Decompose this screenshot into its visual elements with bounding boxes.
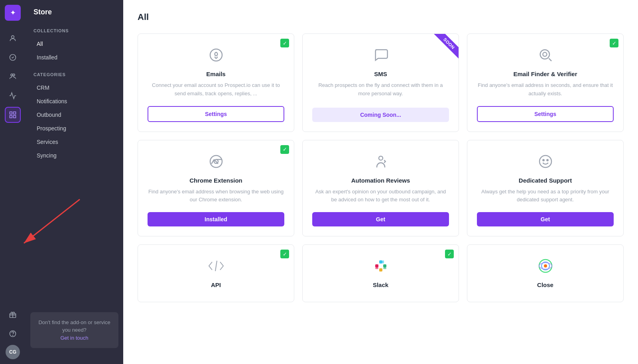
- contacts-icon[interactable]: [5, 30, 21, 46]
- icon-rail: ✦ CG: [0, 0, 26, 364]
- get-in-touch-link[interactable]: Get in touch: [37, 334, 112, 342]
- slack-title: Slack: [373, 281, 388, 288]
- svg-point-19: [547, 159, 548, 161]
- card-emails: ✓ Emails Connect your email account so P…: [138, 33, 294, 132]
- cards-grid: ✓ Emails Connect your email account so P…: [138, 33, 624, 302]
- email-finder-settings-button[interactable]: Settings: [477, 106, 614, 122]
- emails-settings-button[interactable]: Settings: [148, 106, 284, 122]
- user-avatar[interactable]: CG: [6, 345, 20, 359]
- card-slack: ✓ Slack: [302, 244, 459, 302]
- emails-desc: Connect your email account so Prospect.i…: [148, 81, 284, 98]
- categories-label: CATEGORIES: [26, 72, 123, 81]
- main-content: All ✓ Emails Connect your email account …: [123, 0, 638, 364]
- svg-rect-26: [382, 260, 384, 264]
- svg-rect-25: [375, 268, 378, 269]
- email-finder-title: Email Finder & Verifier: [513, 71, 577, 77]
- card-email-finder: ✓ Email Finder & Verifier Find anyone's …: [467, 33, 624, 132]
- svg-rect-28: [379, 270, 381, 272]
- close-crm-icon: [538, 256, 553, 276]
- emails-title: Emails: [206, 71, 225, 77]
- svg-rect-7: [14, 116, 16, 118]
- slack-icon: [373, 256, 389, 276]
- sidebar-item-services[interactable]: Services: [29, 135, 120, 149]
- card-chrome: ✓ Chrome Extension Find anyone's email a…: [138, 140, 294, 237]
- api-title: API: [211, 281, 221, 288]
- support-get-button[interactable]: Get: [477, 212, 614, 226]
- sidebar-item-prospecting[interactable]: Prospecting: [29, 122, 120, 135]
- sidebar-title: Store: [26, 8, 123, 24]
- chrome-title: Chrome Extension: [189, 177, 242, 184]
- sidebar-item-crm[interactable]: CRM: [29, 81, 120, 94]
- sms-title: SMS: [374, 71, 387, 77]
- store-nav-icon[interactable]: [5, 107, 21, 123]
- sms-icon: [373, 45, 389, 65]
- svg-rect-5: [14, 112, 16, 114]
- svg-point-10: [13, 335, 13, 336]
- card-api: ✓ API: [138, 244, 294, 302]
- card-close-crm: Close: [467, 244, 624, 302]
- sidebar-item-syncing[interactable]: Syncing: [29, 149, 120, 162]
- email-finder-desc: Find anyone's email address in seconds, …: [477, 81, 614, 98]
- automation-title: Automation Reviews: [351, 177, 410, 184]
- app-logo[interactable]: ✦: [5, 5, 21, 21]
- support-icon: [538, 152, 553, 171]
- svg-point-18: [543, 159, 544, 161]
- automation-get-button[interactable]: Get: [312, 212, 449, 226]
- svg-rect-4: [10, 112, 12, 114]
- svg-rect-23: [383, 264, 386, 268]
- installed-check-chrome: ✓: [280, 145, 289, 154]
- svg-rect-21: [375, 264, 378, 268]
- sidebar-item-installed[interactable]: Installed: [29, 51, 120, 64]
- sms-desc: Reach prospects on the fly and connect w…: [312, 81, 449, 100]
- card-automation: Automation Reviews Ask an expert's opini…: [302, 140, 459, 237]
- page-title: All: [138, 12, 624, 22]
- emails-icon: [208, 45, 224, 65]
- soon-badge-sms: SOON: [427, 34, 459, 66]
- support-desc: Always get the help you need as a top pr…: [477, 188, 614, 205]
- close-crm-title: Close: [537, 281, 553, 288]
- email-finder-icon: [538, 45, 553, 65]
- svg-point-12: [540, 50, 549, 59]
- sidebar-item-outbound[interactable]: Outbound: [29, 108, 120, 122]
- support-title: Dedicated Support: [519, 177, 572, 184]
- svg-point-31: [544, 264, 547, 268]
- svg-point-11: [210, 49, 222, 61]
- card-sms: SOON SMS Reach prospects on the fly and …: [302, 33, 459, 132]
- chrome-installed-button[interactable]: Installed: [148, 212, 284, 226]
- svg-point-16: [379, 156, 383, 160]
- installed-check-api: ✓: [280, 250, 289, 258]
- svg-point-17: [540, 155, 551, 167]
- svg-rect-6: [10, 116, 12, 118]
- chrome-desc: Find anyone's email address when browsin…: [148, 188, 284, 205]
- gift-nav-icon[interactable]: [5, 307, 21, 323]
- installed-check-emails: ✓: [280, 39, 289, 47]
- svg-rect-22: [379, 260, 382, 264]
- help-box: Don't find the add-on or service you nee…: [30, 312, 118, 348]
- team-icon[interactable]: [5, 69, 21, 85]
- collections-label: COLLECTIONS: [26, 28, 123, 37]
- analytics-icon[interactable]: [5, 88, 21, 104]
- svg-point-13: [543, 52, 547, 56]
- card-support: Dedicated Support Always get the help yo…: [467, 140, 624, 237]
- installed-check-finder: ✓: [610, 39, 618, 47]
- svg-rect-27: [383, 268, 386, 269]
- svg-point-0: [12, 35, 14, 38]
- tasks-icon[interactable]: [5, 49, 21, 65]
- automation-desc: Ask an expert's opinion on your outbound…: [312, 188, 449, 205]
- help-nav-icon[interactable]: [5, 326, 21, 342]
- sms-coming-button[interactable]: Coming Soon...: [312, 108, 449, 122]
- sidebar: Store COLLECTIONS All Installed CATEGORI…: [26, 0, 123, 364]
- api-icon: [208, 256, 224, 276]
- chrome-icon: [208, 152, 224, 171]
- automation-icon: [373, 152, 389, 171]
- sidebar-item-notifications[interactable]: Notifications: [29, 94, 120, 108]
- sidebar-item-all[interactable]: All: [29, 37, 120, 51]
- svg-line-20: [215, 261, 217, 271]
- installed-check-slack: ✓: [445, 250, 454, 258]
